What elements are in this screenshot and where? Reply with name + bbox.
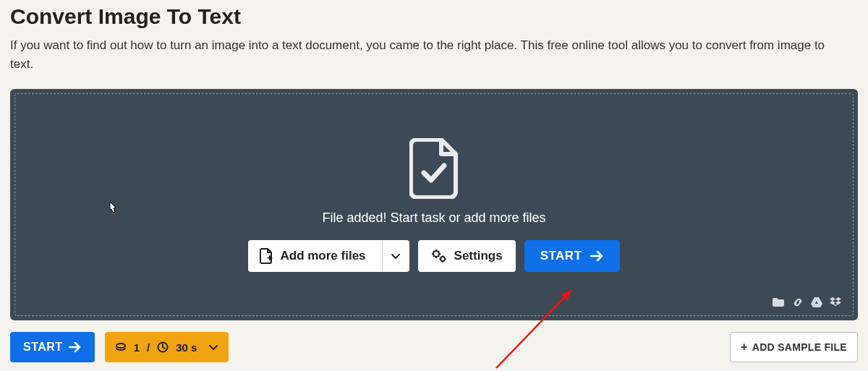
link-icon[interactable] bbox=[792, 297, 804, 308]
page-subtitle: If you want to find out how to turn an i… bbox=[10, 36, 842, 73]
settings-label: Settings bbox=[454, 249, 503, 263]
google-drive-icon[interactable] bbox=[811, 297, 822, 307]
add-sample-label: ADD SAMPLE FILE bbox=[752, 341, 847, 353]
chevron-down-icon bbox=[391, 251, 401, 261]
time-value: 30 s bbox=[176, 341, 197, 354]
start-label-bottom: START bbox=[23, 341, 63, 354]
plus-icon: + bbox=[741, 341, 748, 353]
queue-sep: / bbox=[147, 341, 150, 354]
start-button-main[interactable]: START bbox=[524, 240, 620, 272]
arrow-right-icon bbox=[69, 342, 82, 352]
bottom-left-controls: START 1 / 30 s bbox=[10, 332, 229, 362]
svg-point-1 bbox=[441, 257, 445, 261]
dropbox-icon[interactable] bbox=[830, 297, 841, 307]
add-more-files-button[interactable]: Add more files bbox=[248, 240, 381, 272]
add-more-group: Add more files bbox=[248, 240, 409, 272]
action-row: Add more files bbox=[248, 240, 619, 272]
add-sample-file-button[interactable]: + ADD SAMPLE FILE bbox=[730, 332, 858, 362]
layers-icon bbox=[115, 343, 127, 351]
queue-status-button[interactable]: 1 / 30 s bbox=[105, 332, 229, 362]
queue-count: 1 bbox=[134, 341, 140, 354]
dropzone[interactable]: File added! Start task or add more files… bbox=[10, 89, 858, 320]
clock-icon bbox=[157, 341, 169, 353]
arrow-right-icon bbox=[590, 250, 604, 262]
folder-icon[interactable] bbox=[772, 297, 785, 307]
gears-icon bbox=[431, 249, 447, 263]
chevron-down-icon bbox=[208, 342, 218, 352]
upload-source-icons bbox=[772, 297, 841, 308]
start-button-bottom[interactable]: START bbox=[10, 332, 95, 362]
dropzone-status-text: File added! Start task or add more files bbox=[322, 210, 545, 226]
settings-button[interactable]: Settings bbox=[418, 240, 516, 272]
svg-point-2 bbox=[116, 344, 125, 348]
dropzone-inner: File added! Start task or add more files… bbox=[14, 93, 854, 316]
add-more-dropdown-button[interactable] bbox=[382, 240, 409, 272]
start-label: START bbox=[540, 249, 582, 263]
file-plus-icon bbox=[260, 248, 273, 264]
bottom-bar: START 1 / 30 s + ADD SAMPLE FILE bbox=[10, 332, 858, 362]
page-title: Convert Image To Text bbox=[10, 4, 858, 29]
file-check-icon bbox=[409, 138, 459, 199]
add-more-label: Add more files bbox=[280, 249, 365, 263]
